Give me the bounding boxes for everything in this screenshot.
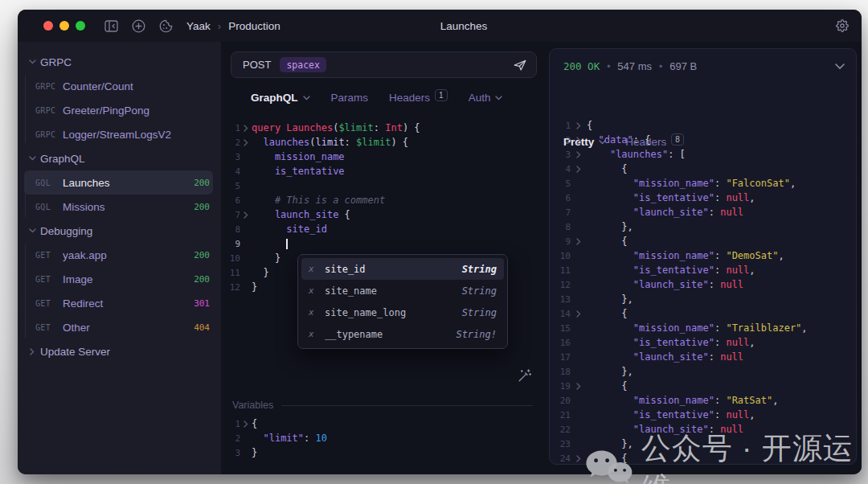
variables-label: Variables	[232, 400, 273, 411]
code-text: site_id	[252, 224, 542, 235]
minimize-button[interactable]	[59, 21, 69, 31]
chevron-down-icon[interactable]	[26, 55, 39, 68]
line-number: 2	[550, 135, 571, 146]
code-text: {	[587, 120, 856, 131]
new-request-icon[interactable]	[130, 18, 146, 34]
gql-line-2: 2 launches(limit: $limit) {	[221, 135, 542, 150]
sidebar-item-label: Other	[63, 322, 194, 334]
response-line-1: 1{	[550, 118, 856, 133]
request-tab-params[interactable]: Params	[331, 92, 369, 104]
response-body-viewer[interactable]: 1{2 "data": {3 "launches": [4 {5 "missio…	[550, 118, 856, 465]
fold-chevron-icon[interactable]	[571, 455, 587, 462]
chevron-right-icon[interactable]	[26, 345, 39, 358]
tab-label: Headers	[389, 92, 430, 104]
cookie-icon[interactable]	[158, 18, 174, 34]
fold-chevron-icon[interactable]	[571, 166, 587, 173]
sidebar-item-label: Image	[63, 273, 194, 285]
titlebar: Yaak › Production Launches	[18, 10, 862, 42]
sidebar-item-update-server[interactable]: Update Server	[24, 339, 213, 363]
line-number: 4	[221, 166, 240, 177]
autocomplete-item-site-name[interactable]: xsite_nameString	[301, 280, 504, 301]
sidebar-item-logger-streamlogsv2[interactable]: GRPCLogger/StreamLogsV2	[24, 122, 213, 146]
fold-chevron-icon[interactable]	[240, 211, 252, 219]
code-text: is_tentative	[252, 166, 542, 177]
fold-chevron-icon[interactable]	[571, 383, 587, 390]
url-template-pill[interactable]: spacex	[280, 57, 326, 72]
variables-editor[interactable]: 1{2 "limit": 103}	[221, 416, 542, 460]
fold-chevron-icon[interactable]	[571, 238, 587, 245]
autocomplete-type: String	[462, 285, 497, 297]
autocomplete-item-site-name-long[interactable]: xsite_name_longString	[301, 301, 504, 323]
request-tab-headers[interactable]: Headers1	[389, 92, 448, 104]
sidebar-item-grpc[interactable]: GRPC	[24, 50, 213, 74]
response-line-6: 6 "is_tentative": null,	[550, 191, 856, 205]
line-number: 19	[550, 381, 571, 392]
fold-chevron-icon[interactable]	[240, 125, 252, 132]
sidebar-item-yaak-app[interactable]: GETyaak.app200	[24, 243, 213, 267]
status-badge: 200 OK	[563, 60, 600, 72]
send-button[interactable]	[513, 59, 527, 72]
sidebar-toggle-icon[interactable]	[103, 18, 119, 34]
method-badge: GRPC	[35, 82, 63, 91]
request-tab-auth[interactable]: Auth	[469, 92, 503, 104]
status-badge: 301	[194, 298, 210, 309]
line-number: 8	[550, 222, 571, 232]
response-menu-button[interactable]	[835, 64, 845, 69]
chevron-down-icon[interactable]	[26, 224, 39, 237]
sidebar-item-graphql[interactable]: GraphQL	[24, 146, 213, 170]
close-button[interactable]	[43, 21, 53, 31]
line-number: 23	[550, 439, 571, 449]
request-tab-graphql[interactable]: GraphQL	[251, 92, 310, 104]
code-text: "launches": [	[587, 149, 856, 160]
response-line-10: 10 "mission_name": "DemoSat",	[550, 248, 856, 263]
line-number: 20	[550, 396, 571, 406]
code-text: "is_tentative": null,	[587, 192, 856, 203]
code-text: "is_tentative": null,	[587, 409, 856, 420]
sidebar-item-debugging[interactable]: Debugging	[24, 219, 213, 243]
fold-chevron-icon[interactable]	[240, 420, 252, 428]
fold-chevron-icon[interactable]	[571, 122, 587, 129]
maximize-button[interactable]	[76, 21, 85, 31]
code-text: "launch_site": null	[587, 424, 856, 435]
method-badge: GRPC	[35, 130, 63, 139]
autocomplete-item-site-id[interactable]: xsite_idString	[301, 258, 504, 280]
fold-chevron-icon[interactable]	[240, 139, 252, 146]
sidebar-item-launches[interactable]: GQLLaunches200	[24, 170, 213, 195]
gql-line-4: 4 is_tentative	[221, 164, 542, 178]
response-line-12: 12 "launch_site": null	[550, 277, 856, 292]
status-badge: 200	[194, 250, 210, 260]
breadcrumb-app[interactable]: Yaak	[186, 20, 211, 32]
request-tabs: GraphQLParamsHeaders1Auth	[251, 92, 502, 104]
response-line-18: 18 },	[550, 364, 856, 379]
settings-button[interactable]	[836, 10, 849, 42]
sidebar-item-label: yaak.app	[63, 249, 194, 261]
url-bar[interactable]: POST spacex	[231, 51, 537, 78]
code-text: "launch_site": null	[587, 279, 856, 290]
sidebar-item-missions[interactable]: GQLMissions200	[24, 195, 213, 219]
code-text: "launch_site": null	[587, 207, 856, 218]
line-number: 7	[550, 207, 571, 218]
response-line-2: 2 "data": {	[550, 133, 856, 147]
fold-chevron-icon[interactable]	[571, 137, 587, 144]
magic-wand-icon[interactable]	[517, 368, 532, 387]
response-line-4: 4 {	[550, 162, 856, 176]
variables-line-1: 1{	[221, 416, 542, 431]
sidebar-item-other[interactable]: GETOther404	[24, 315, 213, 339]
sidebar-item-label: GRPC	[40, 56, 213, 68]
sidebar-item-counter-count[interactable]: GRPCCounter/Count	[24, 74, 213, 98]
code-text: launch_site {	[252, 209, 542, 220]
autocomplete-item-typename[interactable]: x__typenameString!	[301, 323, 504, 345]
response-line-3: 3 "launches": [	[550, 147, 856, 162]
fold-chevron-icon[interactable]	[571, 310, 587, 318]
response-card: 200 OK • 547 ms • 697 B PrettyHeaders8 1…	[549, 48, 857, 465]
method-badge: GET	[35, 323, 63, 332]
sidebar-item-greeter-pingpong[interactable]: GRPCGreeter/PingPong	[24, 98, 213, 122]
response-time: 547 ms	[617, 60, 652, 72]
line-number: 6	[550, 193, 571, 203]
sidebar-item-image[interactable]: GETImage200	[24, 267, 213, 291]
chevron-down-icon[interactable]	[26, 152, 39, 165]
breadcrumb-workspace[interactable]: Production	[228, 20, 280, 32]
fold-chevron-icon[interactable]	[571, 151, 587, 158]
sidebar-item-redirect[interactable]: GETRedirect301	[24, 291, 213, 315]
autocomplete-label: site_name	[325, 285, 377, 297]
